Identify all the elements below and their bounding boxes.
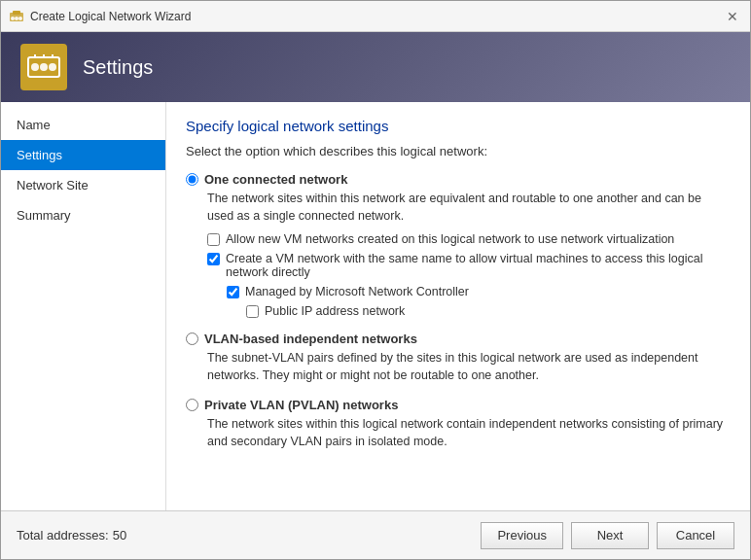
checkbox-allow-vm-text: Allow new VM networks created on this lo… (226, 232, 674, 246)
sidebar-item-summary[interactable]: Summary (1, 200, 165, 230)
radio-private-vlan-text: Private VLAN (PVLAN) networks (204, 398, 398, 412)
title-bar: Create Logical Network Wizard ✕ (1, 1, 750, 32)
checkbox-allow-vm[interactable] (207, 233, 220, 246)
private-vlan-description: The network sites within this logical ne… (207, 416, 731, 450)
radio-one-connected[interactable] (186, 173, 198, 186)
checkbox-public-ip-label[interactable]: Public IP address network (246, 304, 731, 318)
title-bar-left: Create Logical Network Wizard (9, 9, 191, 24)
previous-button[interactable]: Previous (481, 522, 563, 549)
checkbox-managed-by-ms-label[interactable]: Managed by Microsoft Network Controller (227, 285, 731, 298)
window-title: Create Logical Network Wizard (30, 10, 191, 23)
checkbox-allow-vm-label[interactable]: Allow new VM networks created on this lo… (207, 232, 731, 246)
network-icon (26, 50, 61, 85)
next-button[interactable]: Next (571, 522, 649, 549)
checkbox-public-ip-text: Public IP address network (265, 304, 405, 318)
sidebar-item-settings[interactable]: Settings (1, 140, 165, 170)
option-private-vlan: Private VLAN (PVLAN) networks The networ… (186, 398, 731, 450)
footer: Total addresses: 50 Previous Next Cancel (1, 510, 750, 559)
checkbox-create-vm[interactable] (207, 253, 220, 265)
close-button[interactable]: ✕ (723, 7, 742, 26)
content-subtitle: Select the option which describes this l… (186, 144, 731, 158)
checkbox-create-vm-label[interactable]: Create a VM network with the same name t… (207, 252, 731, 279)
radio-private-vlan[interactable] (186, 399, 198, 411)
footer-info: Total addresses: 50 (17, 528, 473, 542)
option-vlan-based: VLAN-based independent networks The subn… (186, 332, 731, 384)
sidebar-item-network-site[interactable]: Network Site (1, 170, 165, 200)
app-icon (9, 9, 24, 24)
vlan-based-description: The subnet-VLAN pairs defined by the sit… (207, 350, 731, 384)
sidebar-item-name[interactable]: Name (1, 110, 165, 140)
svg-point-7 (40, 63, 48, 71)
svg-point-8 (49, 63, 56, 71)
checkbox-public-ip[interactable] (246, 305, 259, 318)
svg-point-3 (15, 17, 18, 20)
sidebar: Name Settings Network Site Summary (1, 102, 166, 510)
radio-vlan-based-text: VLAN-based independent networks (204, 332, 417, 346)
cancel-button[interactable]: Cancel (657, 522, 734, 549)
radio-one-connected-label[interactable]: One connected network (186, 172, 731, 187)
checkbox-managed-by-ms-text: Managed by Microsoft Network Controller (245, 285, 469, 298)
header-band: Settings (1, 32, 750, 102)
wizard-window: Create Logical Network Wizard ✕ Settings… (0, 0, 751, 560)
option-one-connected: One connected network The network sites … (186, 172, 731, 318)
header-title: Settings (83, 56, 153, 79)
main-content: Name Settings Network Site Summary Speci… (1, 102, 750, 510)
svg-point-4 (18, 17, 22, 20)
header-icon (20, 44, 67, 90)
total-addresses-value: 50 (113, 528, 126, 542)
content-title: Specify logical network settings (186, 118, 731, 134)
checkbox-create-vm-text: Create a VM network with the same name t… (226, 252, 731, 279)
radio-vlan-based[interactable] (186, 332, 198, 345)
content-area: Specify logical network settings Select … (166, 102, 750, 510)
svg-point-6 (31, 63, 39, 71)
radio-private-vlan-label[interactable]: Private VLAN (PVLAN) networks (186, 398, 731, 412)
checkbox-managed-by-ms[interactable] (227, 286, 239, 298)
radio-vlan-based-label[interactable]: VLAN-based independent networks (186, 332, 731, 346)
total-addresses-label: Total addresses: (17, 528, 109, 542)
svg-rect-1 (13, 11, 20, 15)
svg-point-2 (11, 17, 15, 20)
radio-one-connected-text: One connected network (204, 172, 347, 187)
one-connected-description: The network sites within this network ar… (207, 191, 731, 225)
